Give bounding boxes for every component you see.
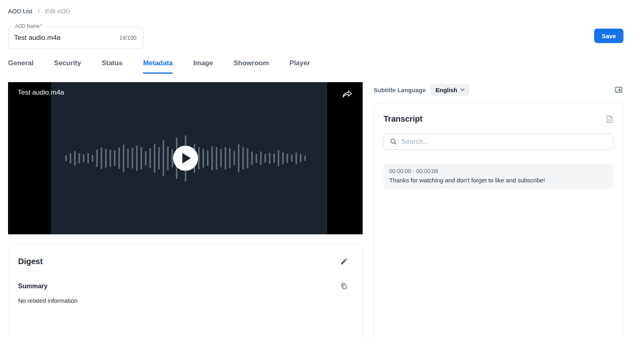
waveform-bar: [198, 147, 200, 170]
waveform-bar: [149, 148, 151, 168]
tab-general[interactable]: General: [8, 59, 33, 74]
transcript-search-box: [384, 133, 613, 150]
waveform-bar: [287, 153, 288, 163]
transcript-document-button[interactable]: [606, 115, 613, 123]
tab-security[interactable]: Security: [54, 59, 81, 74]
player-title: Test audio.m4a: [18, 89, 64, 97]
transcript-search-input[interactable]: [397, 138, 613, 146]
tab-player[interactable]: Player: [289, 59, 310, 74]
waveform-bar: [264, 154, 266, 163]
save-button[interactable]: Save: [594, 29, 623, 43]
waveform-bar: [92, 155, 93, 162]
waveform-bar: [220, 149, 222, 167]
waveform-bar: [202, 149, 204, 168]
summary-empty-text: No related information: [8, 290, 362, 304]
breadcrumb: AOD List / Edit AOD: [8, 8, 70, 14]
play-icon: [182, 153, 191, 163]
tab-metadata[interactable]: Metadata: [143, 59, 173, 74]
breadcrumb-aod-list[interactable]: AOD List: [8, 8, 32, 14]
waveform-bar: [256, 153, 257, 163]
waveform-bar: [132, 148, 133, 169]
document-icon: [606, 115, 613, 123]
waveform-bar: [140, 147, 142, 170]
edit-digest-button[interactable]: [340, 258, 348, 265]
waveform-bar: [118, 147, 120, 169]
waveform-bar: [225, 147, 226, 170]
waveform-bar: [242, 147, 244, 170]
tab-image[interactable]: Image: [193, 59, 213, 74]
waveform-bar: [291, 155, 293, 162]
transcript-entry[interactable]: 00:00:00 - 00:00:06Thanks for watching a…: [384, 163, 613, 189]
share-button[interactable]: [341, 88, 354, 101]
waveform-bar: [70, 153, 71, 163]
search-icon: [384, 138, 397, 145]
transcript-title: Transcript: [384, 114, 423, 124]
waveform-bar: [216, 147, 217, 170]
play-button[interactable]: [173, 146, 198, 171]
transcript-card: Transcript 00:00:00 - 00:00: [374, 103, 623, 337]
aod-name-field: AOD Name* 14/100: [8, 27, 143, 49]
waveform-bar: [233, 151, 235, 165]
tab-status[interactable]: Status: [101, 59, 122, 74]
chevron-down-icon: [460, 87, 465, 93]
waveform-bar: [282, 152, 284, 164]
waveform-bar: [247, 148, 248, 168]
subtitle-language-label: Subtitle Language: [374, 87, 426, 93]
waveform-bar: [251, 151, 253, 165]
panel-toggle-button[interactable]: [614, 85, 623, 94]
copy-summary-button[interactable]: [340, 282, 348, 290]
tab-showroom[interactable]: Showroom: [233, 59, 269, 74]
waveform-bar: [114, 150, 116, 166]
waveform-bar: [158, 147, 160, 170]
waveform-bar: [207, 150, 208, 166]
waveform-bar: [83, 154, 85, 162]
waveform-bar: [123, 145, 124, 172]
waveform-bar: [278, 150, 279, 166]
breadcrumb-separator: /: [38, 8, 39, 14]
character-counter: 14/100: [119, 35, 136, 41]
waveform-bar: [78, 153, 80, 163]
waveform-bar: [96, 149, 98, 167]
waveform-bar: [65, 155, 67, 161]
subtitle-language-row: Subtitle Language English: [374, 83, 623, 97]
waveform-bar: [145, 151, 147, 165]
language-select[interactable]: English: [431, 84, 469, 96]
waveform-bar: [260, 151, 262, 165]
aod-name-input[interactable]: [14, 27, 107, 49]
waveform-bar: [163, 140, 164, 176]
transcript-header: Transcript: [374, 103, 623, 124]
waveform-bar: [269, 153, 270, 164]
waveform-bar: [154, 144, 155, 173]
waveform-bar: [211, 146, 213, 170]
edit-aod-page: AOD List / Edit AOD AOD Name* 14/100 Sav…: [0, 0, 644, 337]
digest-header: Digest: [8, 245, 362, 266]
waveform-bar: [105, 149, 107, 168]
waveform-bar: [74, 151, 76, 165]
digest-title: Digest: [18, 257, 43, 266]
waveform-bar: [295, 152, 297, 164]
waveform-bar: [127, 149, 129, 168]
waveform-bar: [167, 146, 169, 170]
waveform-bar: [273, 153, 275, 163]
share-forward-icon: [342, 89, 353, 99]
tab-bar: GeneralSecurityStatusMetadataImageShowro…: [8, 59, 310, 74]
waveform-bar: [136, 145, 138, 171]
entry-text: Thanks for watching and don't forget to …: [389, 177, 607, 184]
copy-icon: [340, 282, 348, 290]
pencil-icon: [340, 258, 348, 265]
waveform-bar: [300, 154, 301, 163]
audio-player[interactable]: Test audio.m4a: [8, 82, 363, 234]
waveform-bar: [87, 153, 89, 163]
transcript-entries: 00:00:00 - 00:00:06Thanks for watching a…: [384, 163, 613, 189]
waveform-bar: [238, 144, 239, 172]
summary-title: Summary: [18, 283, 47, 290]
waveform-bar: [109, 149, 111, 167]
waveform-bar: [101, 147, 102, 169]
waveform-bar: [229, 148, 231, 168]
waveform-bar: [304, 155, 306, 161]
breadcrumb-edit-aod: Edit AOD: [45, 8, 70, 14]
digest-card: Digest Summary No related in: [8, 244, 363, 337]
panel-toggle-icon: [614, 85, 623, 94]
language-selected-value: English: [436, 87, 457, 93]
entry-time-range: 00:00:00 - 00:00:06: [389, 168, 607, 174]
